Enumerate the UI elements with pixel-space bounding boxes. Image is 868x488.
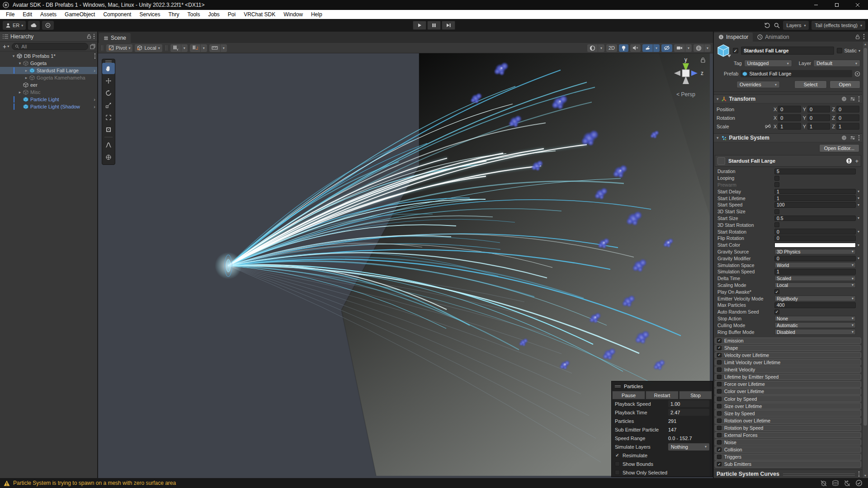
pivot-mode-dropdown[interactable]: Pivot▾ (106, 44, 132, 52)
add-module-icon[interactable]: + (855, 158, 859, 164)
camera-dropdown[interactable]: ▾ (685, 44, 692, 52)
ps-module-collision[interactable]: Collision (715, 446, 861, 453)
prefab-open-chevron[interactable]: › (94, 97, 95, 102)
ring-buffer-mode-dropdown[interactable]: Disabled▾ (774, 329, 856, 335)
search-icon[interactable] (774, 22, 780, 29)
position-z-field[interactable]: 0 (836, 106, 859, 113)
delta-time-dropdown[interactable]: Scaled▾ (774, 276, 856, 282)
hierarchy-row-particle-light[interactable]: Particle Light› (0, 96, 97, 103)
undo-history-icon[interactable] (764, 22, 771, 29)
menu-file[interactable]: File (2, 10, 19, 19)
object-name-field[interactable]: Stardust Fall Large (741, 47, 834, 55)
curve-dropdown-icon[interactable]: ▾ (856, 196, 861, 200)
resimulate-row[interactable]: Resimulate (612, 451, 712, 460)
open-button[interactable]: Open (830, 80, 860, 89)
ps-module-shape[interactable]: Shape (715, 345, 861, 352)
prefab-field[interactable]: Stardust Fall Large (741, 70, 852, 77)
scale-x-field[interactable]: 1 (778, 123, 801, 130)
play-button[interactable] (413, 21, 426, 30)
position-x-field[interactable]: 0 (778, 106, 801, 113)
ps-module-emission[interactable]: Emission (715, 338, 861, 344)
lock-icon[interactable] (87, 34, 91, 39)
module-checkbox[interactable] (717, 375, 722, 379)
module-checkbox[interactable] (717, 353, 722, 357)
cache-server-icon[interactable] (832, 480, 839, 487)
tab-inspector[interactable]: Inspector (714, 33, 753, 42)
restart-button[interactable]: Restart (646, 391, 679, 399)
foldout-arrow[interactable]: ▾ (717, 136, 719, 140)
layout-dropdown[interactable]: Tail (effects testing) ▾ (811, 21, 865, 30)
move-tool-button[interactable] (102, 75, 115, 86)
module-checkbox[interactable] (717, 404, 722, 408)
curves-footer[interactable]: Particle System Curves (714, 469, 862, 478)
prefab-open-chevron[interactable]: › (94, 68, 95, 73)
prefab-pick-icon[interactable] (854, 71, 860, 77)
3d-start-size-checkbox[interactable] (774, 209, 779, 214)
curve-dropdown-icon[interactable]: ▾ (856, 256, 861, 260)
hierarchy-row-db-prefabs-1[interactable]: ▾DB Prefabs 1* (0, 52, 97, 60)
refresh-paused-icon[interactable] (844, 480, 851, 487)
show-bounds-checkbox[interactable] (615, 461, 620, 466)
transform-tool-button[interactable] (102, 124, 115, 135)
position-y-field[interactable]: 0 (807, 106, 830, 113)
foldout-arrow[interactable]: ▸ (17, 90, 23, 94)
toolbar-drag-handle[interactable] (101, 45, 103, 51)
editor-tools-button[interactable] (102, 151, 115, 163)
flip-rotation-field[interactable]: 0 (774, 235, 856, 241)
ps-module-rotation-over-lifetime[interactable]: Rotation over Lifetime (715, 418, 861, 424)
gradient-dropdown-icon[interactable]: ▾ (856, 243, 861, 247)
kebab-menu-icon[interactable] (859, 135, 860, 141)
grid-options-dropdown[interactable]: ▾ (181, 44, 188, 52)
start-color-swatch[interactable] (774, 243, 856, 248)
add-object-button[interactable]: +▾ (2, 43, 10, 50)
menu-thry[interactable]: Thry (164, 10, 183, 19)
rotation-y-field[interactable]: 0 (807, 114, 830, 121)
gravity-source-dropdown[interactable]: 3D Physics▾ (774, 249, 856, 255)
prewarm-checkbox[interactable] (774, 182, 779, 187)
scale-tool-button[interactable] (102, 99, 115, 111)
open-editor-button[interactable]: Open Editor... (819, 144, 859, 152)
rotate-tool-button[interactable] (102, 87, 115, 99)
activity-check-icon[interactable] (855, 479, 863, 487)
3d-start-rotation-checkbox[interactable] (774, 222, 779, 227)
tools-drag-handle[interactable] (105, 61, 112, 62)
gravity-modifier-field[interactable]: 0 (774, 256, 856, 262)
tag-dropdown[interactable]: Untagged▾ (744, 60, 792, 67)
module-checkbox[interactable] (717, 447, 722, 452)
hand-tool-button[interactable] (102, 63, 115, 74)
scale-y-field[interactable]: 1 (807, 123, 830, 130)
module-checkbox[interactable] (717, 418, 722, 423)
inspector-scrollbar[interactable]: ▲ ▼ (862, 42, 868, 478)
curve-dropdown-icon[interactable]: ▾ (856, 189, 861, 193)
curve-dropdown-icon[interactable]: ▾ (856, 203, 861, 207)
open-window-icon[interactable] (90, 44, 95, 49)
hierarchy-row-gogeta-kamehameha[interactable]: ▸Gogeta Kamehameha (0, 74, 97, 81)
foldout-arrow[interactable]: ▸ (24, 68, 29, 73)
module-checkbox[interactable] (717, 462, 722, 466)
module-checkbox[interactable] (717, 397, 722, 401)
show-only-selected-checkbox[interactable] (615, 470, 620, 475)
scene-viewport[interactable]: y z < Persp Particles PauseRestartStop (98, 53, 713, 478)
module-checkbox[interactable] (717, 367, 722, 372)
curve-dropdown-icon[interactable]: ▾ (856, 230, 861, 234)
link-scale-icon[interactable] (764, 124, 772, 129)
menu-services[interactable]: Services (135, 10, 164, 19)
menu-window[interactable]: Window (279, 10, 307, 19)
active-checkbox[interactable] (733, 48, 738, 53)
stop-button[interactable]: Stop (679, 391, 712, 399)
scene-visibility-button[interactable] (661, 44, 672, 52)
presets-icon[interactable] (850, 97, 855, 101)
ps-module-force-over-lifetime[interactable]: Force over Lifetime (715, 381, 861, 388)
snap-increment-dropdown[interactable]: ▾ (220, 44, 227, 52)
effects-dropdown[interactable]: ▾ (653, 44, 660, 52)
pause-button[interactable] (427, 21, 441, 30)
menu-edit[interactable]: Edit (19, 10, 36, 19)
projection-label[interactable]: < Persp (665, 91, 707, 98)
grid-visibility-button[interactable] (170, 44, 181, 52)
hierarchy-row-misc[interactable]: ▸Misc (0, 89, 97, 96)
start-rotation-field[interactable]: 0 (774, 229, 856, 235)
status-bar[interactable]: Particle System is trying to spawn on a … (0, 478, 868, 488)
show-only-selected-row[interactable]: Show Only Selected (612, 468, 712, 477)
emitter-velocity-mode-dropdown[interactable]: Rigidbody▾ (774, 296, 856, 301)
menu-component[interactable]: Component (99, 10, 135, 19)
